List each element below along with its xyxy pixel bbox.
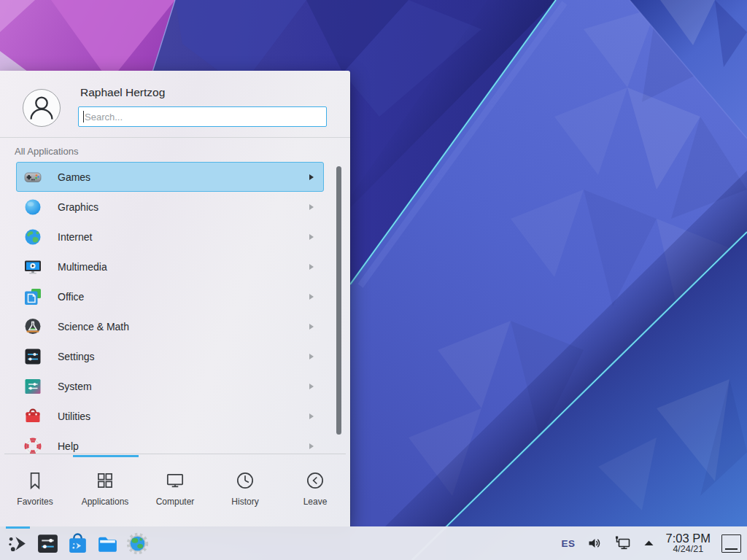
- menu-item-settings[interactable]: Settings: [16, 341, 324, 371]
- chevron-right-icon: [309, 443, 314, 449]
- chevron-right-icon: [309, 264, 314, 270]
- volume-tray-button[interactable]: [581, 526, 608, 560]
- dolphin-launcher[interactable]: [93, 526, 123, 560]
- menu-item-help[interactable]: Help: [16, 431, 324, 454]
- menu-item-label: Science & Math: [58, 321, 129, 332]
- footer-divider: [4, 454, 346, 454]
- digital-clock[interactable]: 7:03 PM 4/24/21: [660, 532, 716, 555]
- text-caret: [83, 111, 84, 122]
- tab-label: Applications: [82, 497, 129, 507]
- history-icon: [234, 470, 256, 491]
- chevron-right-icon: [309, 234, 314, 240]
- tab-leave[interactable]: Leave: [280, 460, 350, 523]
- help-icon: [23, 437, 42, 454]
- volume-icon: [587, 536, 603, 551]
- system-tray: ES: [556, 526, 743, 560]
- expand-tray-button[interactable]: [638, 526, 660, 560]
- tab-label: Leave: [303, 497, 328, 507]
- menu-item-label: Help: [58, 440, 79, 452]
- menu-item-system[interactable]: System: [16, 371, 324, 401]
- tab-favorites[interactable]: Favorites: [0, 460, 70, 523]
- tab-applications[interactable]: Applications: [70, 460, 140, 523]
- dolphin-icon: [96, 532, 120, 556]
- launcher-tab-bar: Favorites Applications Computer: [0, 460, 350, 523]
- keyboard-layout-indicator[interactable]: ES: [556, 526, 581, 560]
- tab-computer[interactable]: Computer: [140, 460, 210, 523]
- user-name: Raphael Hertzog: [80, 86, 165, 99]
- discover-icon: [66, 532, 90, 556]
- settings-icon: [23, 347, 42, 366]
- section-label: All Applications: [15, 146, 78, 157]
- network-tray-button[interactable]: [608, 526, 638, 560]
- chevron-right-icon: [309, 324, 314, 330]
- chevron-right-icon: [309, 384, 314, 389]
- browser-icon: [125, 532, 150, 556]
- browser-launcher[interactable]: [123, 526, 152, 560]
- menu-item-label: Internet: [58, 231, 92, 243]
- taskbar-panel: ES: [0, 526, 747, 560]
- graphics-icon: [23, 198, 42, 217]
- chevron-right-icon: [309, 413, 314, 419]
- menu-item-multimedia[interactable]: Multimedia: [16, 252, 324, 281]
- tab-history[interactable]: History: [210, 460, 280, 523]
- category-list: Games Graphics Internet: [0, 162, 350, 454]
- menu-item-label: Games: [58, 171, 90, 183]
- desktop: Raphael Hertzog All Applications: [0, 0, 747, 560]
- menu-item-label: System: [58, 381, 92, 392]
- utilities-icon: [23, 407, 42, 426]
- tab-label: History: [231, 497, 258, 507]
- multimedia-icon: [23, 257, 42, 276]
- user-icon: [23, 90, 60, 126]
- games-icon: [23, 168, 42, 187]
- scrollbar-thumb[interactable]: [336, 166, 341, 435]
- show-desktop-button[interactable]: [721, 534, 741, 553]
- internet-icon: [23, 228, 42, 246]
- system-settings-launcher[interactable]: [33, 526, 63, 560]
- application-launcher-menu: Raphael Hertzog All Applications: [0, 71, 350, 526]
- app-launcher-button[interactable]: [3, 526, 33, 560]
- chevron-right-icon: [309, 354, 314, 359]
- chevron-right-icon: [309, 174, 314, 180]
- network-icon: [614, 535, 632, 551]
- tab-label: Favorites: [17, 497, 53, 507]
- favorites-icon: [24, 470, 46, 491]
- active-tab-indicator: [73, 455, 139, 457]
- menu-item-label: Settings: [58, 351, 95, 362]
- applications-icon: [94, 470, 116, 491]
- menu-item-games[interactable]: Games: [16, 162, 324, 192]
- science-icon: [23, 317, 42, 336]
- clock-time: 7:03 PM: [666, 532, 711, 545]
- kickoff-launcher-icon: [6, 532, 30, 556]
- menu-item-label: Multimedia: [58, 261, 107, 273]
- user-avatar[interactable]: [23, 89, 61, 127]
- menu-item-label: Graphics: [58, 201, 98, 213]
- menu-item-label: Office: [58, 291, 84, 303]
- chevron-right-icon: [309, 204, 314, 210]
- tab-label: Computer: [156, 497, 195, 507]
- menu-item-utilities[interactable]: Utilities: [16, 401, 324, 431]
- leave-icon: [304, 470, 326, 491]
- menu-item-science-math[interactable]: Science & Math: [16, 311, 324, 341]
- discover-launcher[interactable]: [63, 526, 93, 560]
- system-icon: [23, 377, 42, 396]
- system-settings-icon: [36, 532, 60, 556]
- expand-tray-icon: [643, 540, 654, 547]
- computer-icon: [164, 470, 186, 491]
- menu-item-label: Utilities: [58, 411, 90, 422]
- launcher-header: Raphael Hertzog: [0, 71, 350, 138]
- active-task-indicator: [6, 526, 30, 529]
- menu-item-office[interactable]: Office: [16, 281, 324, 311]
- clock-date: 4/24/21: [673, 545, 703, 555]
- menu-item-internet[interactable]: Internet: [16, 222, 324, 252]
- search-input[interactable]: [78, 106, 327, 127]
- chevron-right-icon: [309, 294, 314, 300]
- menu-item-graphics[interactable]: Graphics: [16, 192, 324, 222]
- office-icon: [23, 287, 42, 306]
